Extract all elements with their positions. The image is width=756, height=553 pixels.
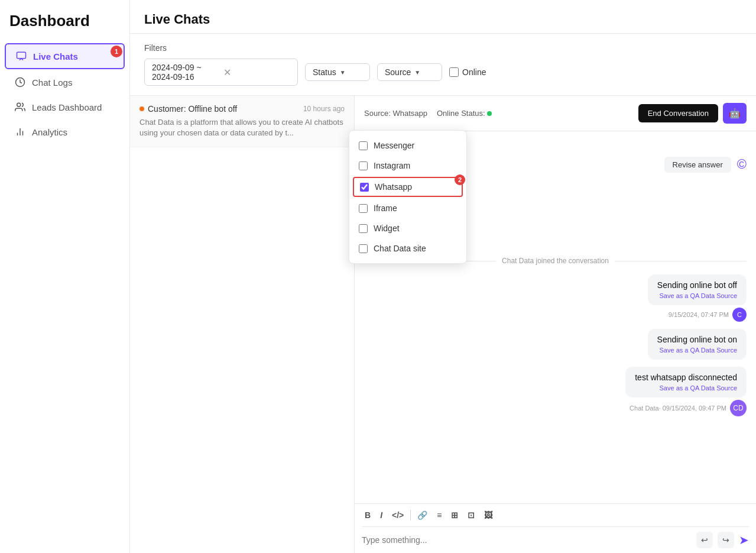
online-filter[interactable]: Online — [449, 67, 486, 77]
source-filter[interactable]: Source ▼ — [377, 63, 442, 81]
table-button[interactable]: ⊡ — [465, 509, 478, 522]
composer-input[interactable] — [362, 535, 692, 545]
chat-data-site-label: Chat Data site — [374, 244, 426, 253]
bot-meta-3: Chat Data· 09/15/2024, 09:47 PM CD — [630, 400, 747, 416]
chat-data-site-checkbox[interactable] — [359, 244, 368, 253]
online-label: Online — [462, 67, 486, 77]
page-title: Live Chats — [144, 12, 742, 27]
chat-data-icon: © — [737, 157, 747, 173]
chat-item-header: Customer: Offline bot off 10 hours ago — [139, 104, 345, 114]
dropdown-item-chat-data-site[interactable]: Chat Data site — [349, 238, 466, 258]
bot-message-wrap-1: Sending online bot off Save as a QA Data… — [364, 274, 747, 322]
status-filter-label: Status — [313, 67, 336, 77]
sidebar-item-label: Chat Logs — [32, 77, 72, 88]
messenger-label: Messenger — [374, 141, 414, 150]
divider-text: Chat Data joined the conversation — [502, 257, 609, 265]
source-whatsapp-label: Source: Whatsapp — [364, 109, 427, 118]
filters-row: 2024-09-09 ~ 2024-09-16 ✕ Status ▼ Sourc… — [144, 59, 742, 86]
online-status-dot-icon — [487, 111, 492, 116]
online-checkbox[interactable] — [449, 67, 459, 77]
chat-icon — [15, 50, 27, 62]
chat-detail-meta: Source: Whatsapp Online Status: — [364, 109, 494, 118]
bot-timestamp-3: Chat Data· 09/15/2024, 09:47 PM — [630, 405, 726, 412]
chat-item-name: Customer: Offline bot off — [139, 104, 237, 114]
users-icon — [14, 101, 26, 113]
end-conversation-button[interactable]: End Conversation — [638, 104, 718, 122]
link-button[interactable]: 🔗 — [414, 509, 430, 522]
chat-list: Customer: Offline bot off 10 hours ago C… — [130, 96, 355, 553]
offline-dot-icon — [139, 106, 144, 111]
revise-answer-button[interactable]: Revise answer — [664, 157, 731, 173]
sidebar: Dashboard Live Chats 1 Chat Logs Leads D… — [0, 0, 130, 553]
messenger-checkbox[interactable] — [359, 141, 368, 150]
redo-button[interactable]: ↪ — [718, 532, 734, 548]
bold-button[interactable]: B — [362, 509, 374, 522]
bot-meta-1: 9/15/2024, 07:47 PM C — [669, 308, 747, 322]
status-arrow-icon: ▼ — [340, 69, 346, 76]
sidebar-item-chat-logs[interactable]: Chat Logs — [5, 70, 125, 94]
italic-button[interactable]: I — [377, 509, 385, 522]
log-icon — [14, 76, 26, 88]
iframe-checkbox[interactable] — [359, 204, 368, 213]
dropdown-item-messenger[interactable]: Messenger — [349, 135, 466, 156]
qa-source-link-2[interactable]: Save as a QA Data Source — [657, 347, 737, 354]
list-button[interactable]: ≡ — [434, 509, 444, 522]
dropdown-item-iframe[interactable]: Iframe — [349, 198, 466, 218]
chat-detail-header: Source: Whatsapp Online Status: End Conv… — [355, 96, 756, 131]
bot-avatar-1: C — [732, 308, 747, 322]
date-range-value: 2024-09-09 ~ 2024-09-16 — [152, 63, 219, 82]
bot-message-text-2: Sending online bot on — [657, 335, 737, 344]
bot-message-text-1: Sending online bot off — [657, 280, 737, 290]
chat-item-preview: Chat Data is a platform that allows you … — [139, 117, 345, 138]
main-content: Live Chats Filters 2024-09-09 ~ 2024-09-… — [130, 0, 756, 553]
image-button[interactable]: 🖼 — [481, 509, 495, 522]
whatsapp-badge: 2 — [455, 174, 465, 185]
date-range-filter[interactable]: 2024-09-09 ~ 2024-09-16 ✕ — [144, 59, 298, 86]
sidebar-item-leads-dashboard[interactable]: Leads Dashboard — [5, 95, 125, 119]
instagram-checkbox[interactable] — [359, 161, 368, 170]
code-button[interactable]: </> — [389, 509, 407, 522]
filters-label: Filters — [144, 43, 742, 53]
undo-button[interactable]: ↩ — [696, 532, 713, 548]
bot-message-wrap-2: Sending online bot on Save as a QA Data … — [364, 329, 747, 360]
svg-point-2 — [17, 103, 21, 106]
whatsapp-checkbox[interactable] — [360, 183, 369, 192]
instagram-label: Instagram — [374, 161, 410, 170]
online-status-label: Online Status: — [437, 109, 494, 118]
robot-icon-button[interactable]: 🤖 — [723, 103, 747, 124]
qa-source-link-3[interactable]: Save as a QA Data Source — [635, 384, 737, 392]
app-title: Dashboard — [0, 6, 129, 42]
iframe-label: Iframe — [374, 203, 397, 213]
bot-bubble-3: test whatsapp disconnected Save as a QA … — [625, 367, 747, 397]
toolbar-separator-1 — [410, 510, 411, 520]
composer-input-row: ↩ ↪ ➤ — [362, 532, 749, 548]
divider-line-right — [615, 261, 747, 261]
ordered-list-button[interactable]: ⊞ — [448, 509, 461, 522]
bot-message-text-3: test whatsapp disconnected — [635, 373, 737, 382]
sidebar-item-label: Live Chats — [33, 51, 78, 62]
bot-message-wrap-3: test whatsapp disconnected Save as a QA … — [364, 367, 747, 416]
status-filter[interactable]: Status ▼ — [305, 63, 370, 81]
qa-source-link-1[interactable]: Save as a QA Data Source — [657, 292, 737, 299]
source-filter-label: Source — [385, 67, 411, 77]
source-dropdown: Messenger Instagram Whatsapp 2 Iframe Wi… — [349, 130, 467, 264]
list-item[interactable]: Customer: Offline bot off 10 hours ago C… — [130, 96, 354, 147]
sidebar-item-live-chats[interactable]: Live Chats 1 — [5, 43, 125, 69]
dropdown-item-instagram[interactable]: Instagram — [349, 156, 466, 176]
dropdown-item-whatsapp[interactable]: Whatsapp 2 — [353, 177, 463, 197]
chart-icon — [14, 126, 26, 138]
bot-bubble-1: Sending online bot off Save as a QA Data… — [648, 274, 747, 305]
dropdown-item-widget[interactable]: Widget — [349, 218, 466, 238]
online-status-text: Online Status: — [437, 109, 485, 118]
send-button[interactable]: ➤ — [739, 533, 749, 547]
widget-checkbox[interactable] — [359, 224, 368, 233]
svg-rect-0 — [17, 52, 26, 59]
sidebar-item-analytics[interactable]: Analytics — [5, 120, 125, 144]
bot-bubble-2: Sending online bot on Save as a QA Data … — [648, 329, 747, 360]
bot-timestamp-1: 9/15/2024, 07:47 PM — [669, 311, 729, 318]
chat-item-time: 10 hours ago — [303, 105, 345, 113]
chat-customer-name: Customer: Offline bot off — [148, 104, 237, 114]
main-header: Live Chats — [130, 0, 756, 34]
live-chats-badge: 1 — [111, 46, 122, 57]
clear-date-button[interactable]: ✕ — [223, 67, 290, 78]
